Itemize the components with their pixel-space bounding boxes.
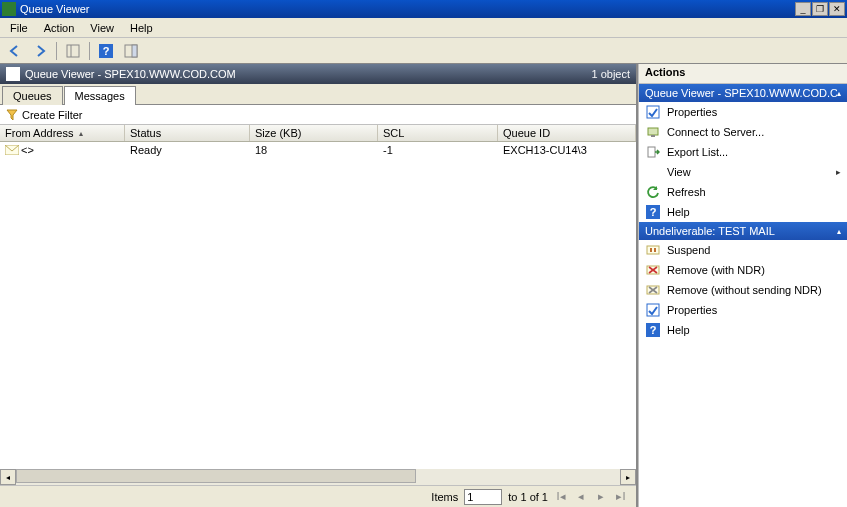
- svg-rect-0: [67, 45, 79, 57]
- action-properties-2[interactable]: Properties: [639, 300, 847, 320]
- actions-header: Actions: [639, 64, 847, 84]
- horizontal-scrollbar[interactable]: ◂ ▸: [0, 469, 636, 485]
- filter-bar: Create Filter: [0, 105, 636, 125]
- content-header: Queue Viewer - SPEX10.WWW.COD.COM 1 obje…: [0, 64, 636, 84]
- actions-list-2: Suspend Remove (with NDR) Remove (withou…: [639, 240, 847, 340]
- create-filter-link[interactable]: Create Filter: [22, 109, 83, 121]
- pager-of: to 1 of 1: [508, 491, 548, 503]
- back-button[interactable]: [4, 40, 26, 62]
- action-suspend[interactable]: Suspend: [639, 240, 847, 260]
- title-bar: Queue Viewer _ ❐ ✕: [0, 0, 847, 18]
- connect-icon: [645, 125, 660, 140]
- action-pane-button[interactable]: [120, 40, 142, 62]
- toolbar-separator: [89, 42, 90, 60]
- svg-text:?: ?: [649, 324, 656, 336]
- cell-size: 18: [250, 144, 378, 156]
- queue-viewer-icon: [6, 67, 20, 81]
- window-title: Queue Viewer: [20, 3, 90, 15]
- actions-band-selection[interactable]: Undeliverable: TEST MAIL ▴: [639, 222, 847, 240]
- help-button[interactable]: ?: [95, 40, 117, 62]
- toolbar: ?: [0, 38, 847, 64]
- page-input[interactable]: [464, 489, 502, 505]
- close-button[interactable]: ✕: [829, 2, 845, 16]
- action-connect-to-server[interactable]: Connect to Server...: [639, 122, 847, 142]
- menu-bar: File Action View Help: [0, 18, 847, 38]
- properties-icon: [645, 303, 660, 318]
- action-properties[interactable]: Properties: [639, 102, 847, 122]
- col-size[interactable]: Size (KB): [250, 125, 378, 141]
- main-content: Queue Viewer - SPEX10.WWW.COD.COM 1 obje…: [0, 64, 638, 507]
- table-header: From Address Status Size (KB) SCL Queue …: [0, 125, 636, 142]
- svg-rect-15: [654, 248, 656, 252]
- action-export-list[interactable]: Export List...: [639, 142, 847, 162]
- svg-rect-8: [648, 128, 658, 135]
- content-title: Queue Viewer - SPEX10.WWW.COD.COM: [25, 68, 236, 80]
- minimize-button[interactable]: _: [795, 2, 811, 16]
- svg-rect-14: [650, 248, 652, 252]
- prev-page-button[interactable]: ◂: [574, 490, 588, 503]
- action-remove-with-ndr[interactable]: Remove (with NDR): [639, 260, 847, 280]
- message-table: From Address Status Size (KB) SCL Queue …: [0, 125, 636, 485]
- tree-icon: [66, 44, 80, 58]
- col-status[interactable]: Status: [125, 125, 250, 141]
- actions-band-queue-viewer[interactable]: Queue Viewer - SPEX10.WWW.COD.COM ▴: [639, 84, 847, 102]
- chevron-right-icon: ▸: [836, 167, 841, 177]
- help-icon: ?: [99, 44, 113, 58]
- pane-icon: [124, 44, 138, 58]
- help-icon: ?: [645, 323, 660, 338]
- table-row[interactable]: <> Ready 18 -1 EXCH13-CU14\3: [0, 142, 636, 158]
- menu-file[interactable]: File: [2, 20, 36, 36]
- action-remove-without-ndr[interactable]: Remove (without sending NDR): [639, 280, 847, 300]
- col-queue-id[interactable]: Queue ID: [498, 125, 636, 141]
- svg-rect-5: [132, 45, 137, 57]
- scroll-track[interactable]: [16, 469, 620, 485]
- next-page-button[interactable]: ▸: [594, 490, 608, 503]
- export-icon: [645, 145, 660, 160]
- svg-rect-9: [651, 135, 655, 137]
- svg-rect-10: [648, 147, 655, 157]
- tab-messages[interactable]: Messages: [64, 86, 136, 105]
- scroll-thumb[interactable]: [16, 469, 416, 483]
- back-icon: [8, 44, 22, 58]
- menu-help[interactable]: Help: [122, 20, 161, 36]
- collapse-icon: ▴: [837, 89, 841, 98]
- menu-action[interactable]: Action: [36, 20, 83, 36]
- action-refresh[interactable]: Refresh: [639, 182, 847, 202]
- collapse-icon: ▴: [837, 227, 841, 236]
- actions-pane: Actions Queue Viewer - SPEX10.WWW.COD.CO…: [638, 64, 847, 507]
- action-help-2[interactable]: ? Help: [639, 320, 847, 340]
- action-view-submenu[interactable]: View ▸: [639, 162, 847, 182]
- tab-row: Queues Messages: [0, 84, 636, 105]
- table-body: <> Ready 18 -1 EXCH13-CU14\3: [0, 142, 636, 469]
- actions-list-1: Properties Connect to Server... Export L…: [639, 102, 847, 222]
- action-help[interactable]: ? Help: [639, 202, 847, 222]
- svg-text:?: ?: [103, 45, 110, 57]
- remove-ndr-icon: [645, 263, 660, 278]
- message-icon: [5, 144, 19, 156]
- scroll-left-button[interactable]: ◂: [0, 469, 16, 485]
- suspend-icon: [645, 243, 660, 258]
- cell-status: Ready: [125, 144, 250, 156]
- toolbar-separator: [56, 42, 57, 60]
- last-page-button[interactable]: ▸I: [614, 490, 628, 503]
- pager: Items to 1 of 1 I◂ ◂ ▸ ▸I: [0, 485, 636, 507]
- svg-rect-13: [647, 246, 659, 254]
- cell-from: <>: [21, 144, 34, 156]
- show-hide-tree-button[interactable]: [62, 40, 84, 62]
- view-icon: [645, 165, 660, 180]
- col-from-address[interactable]: From Address: [0, 125, 125, 141]
- col-scl[interactable]: SCL: [378, 125, 498, 141]
- help-icon: ?: [645, 205, 660, 220]
- menu-view[interactable]: View: [82, 20, 122, 36]
- scroll-right-button[interactable]: ▸: [620, 469, 636, 485]
- first-page-button[interactable]: I◂: [554, 490, 568, 503]
- svg-text:?: ?: [649, 206, 656, 218]
- cell-queue-id: EXCH13-CU14\3: [498, 144, 636, 156]
- tab-queues[interactable]: Queues: [2, 86, 63, 105]
- forward-button[interactable]: [29, 40, 51, 62]
- refresh-icon: [645, 185, 660, 200]
- properties-icon: [645, 105, 660, 120]
- maximize-button[interactable]: ❐: [812, 2, 828, 16]
- forward-icon: [33, 44, 47, 58]
- cell-scl: -1: [378, 144, 498, 156]
